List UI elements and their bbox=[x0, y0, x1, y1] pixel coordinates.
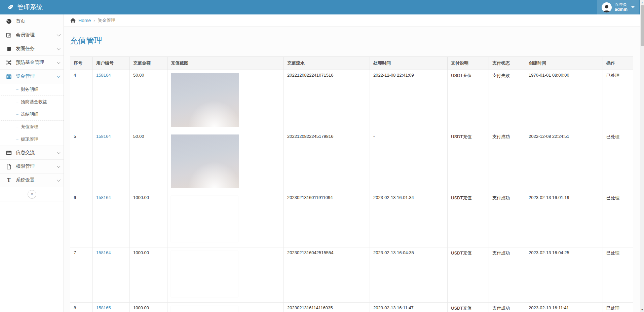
user-id-link[interactable]: 158164 bbox=[96, 134, 111, 139]
list-icon bbox=[5, 150, 12, 155]
sidebar-subitem-label: 财务明细 bbox=[21, 86, 38, 92]
user-id-link[interactable]: 158164 bbox=[96, 195, 111, 200]
column-header-seq: 序号 bbox=[70, 57, 93, 70]
breadcrumb: Home › 资金管理 bbox=[64, 14, 640, 27]
user-id-link[interactable]: 158164 bbox=[96, 73, 111, 78]
sidebar-item-label: 系统设置 bbox=[16, 177, 57, 183]
file-icon bbox=[5, 164, 12, 169]
column-header-process_time: 处理时间 bbox=[370, 57, 448, 70]
breadcrumb-current: 资金管理 bbox=[98, 17, 115, 24]
dash-prefix: -- bbox=[16, 112, 18, 117]
user-menu[interactable]: 管理员 admin bbox=[597, 0, 639, 14]
sidebar-item-label: 信息交流 bbox=[16, 150, 57, 156]
recharge-screenshot[interactable] bbox=[171, 306, 238, 312]
cell-action: 已处理 bbox=[603, 131, 633, 192]
cell-create_time: 2023-02-13 16:01:19 bbox=[525, 192, 603, 247]
sidebar-subitem-fund-income[interactable]: -- 预防基金收益 bbox=[0, 96, 64, 108]
cell-screenshot bbox=[167, 192, 284, 247]
column-header-create_time: 创建时间 bbox=[525, 57, 603, 70]
sidebar-item-members[interactable]: 会员管理 bbox=[0, 28, 64, 42]
cell-seq: 4 bbox=[70, 70, 93, 131]
sidebar-item-label: 会员管理 bbox=[16, 32, 57, 38]
cell-pay_desc: USDT充值 bbox=[448, 192, 489, 247]
cell-seq: 8 bbox=[70, 303, 93, 312]
sidebar-subitem-recharge-mgmt[interactable]: -- 充值管理 bbox=[0, 121, 64, 133]
breadcrumb-home-link[interactable]: Home bbox=[78, 18, 91, 23]
cell-screenshot bbox=[167, 131, 284, 192]
sidebar-subitem-label: 提现管理 bbox=[21, 136, 38, 143]
sidebar-subitem-finance-detail[interactable]: -- 财务明细 bbox=[0, 83, 64, 96]
table-row: 515816450.002022120822245179816-USDT充值支付… bbox=[70, 131, 633, 192]
table-row: 81581651000.0020230213161141160352023-02… bbox=[70, 303, 633, 312]
column-header-pay_status: 支付状态 bbox=[489, 57, 525, 70]
cell-user_id: 158164 bbox=[93, 192, 130, 247]
sidebar-item-prevention-fund[interactable]: 预防基金管理 bbox=[0, 56, 64, 70]
page-scrollbar[interactable]: ▲ ▼ bbox=[640, 0, 644, 312]
funds-submenu: -- 财务明细 -- 预防基金收益 -- 冻结明细 -- 充值管理 -- 提现管… bbox=[0, 83, 64, 146]
cell-pay_status: 支付失败 bbox=[489, 70, 525, 131]
recharge-screenshot[interactable] bbox=[171, 196, 238, 242]
column-header-action: 操作 bbox=[603, 57, 633, 70]
table-row: 415816450.0020221208222410715162022-12-0… bbox=[70, 70, 633, 131]
scroll-up-icon[interactable]: ▲ bbox=[640, 0, 644, 5]
cell-flow_no: 2023021316114116035 bbox=[284, 303, 370, 312]
cell-create_time: 2022-12-08 22:24:51 bbox=[525, 131, 603, 192]
sidebar-item-messages[interactable]: 信息交流 bbox=[0, 146, 64, 160]
caret-down-icon bbox=[631, 6, 635, 8]
chevron-down-icon bbox=[57, 74, 61, 78]
cell-flow_no: 2023021316011911094 bbox=[284, 192, 370, 247]
cell-amount: 50.00 bbox=[130, 70, 167, 131]
table-row: 61581641000.0020230213160119110942023-02… bbox=[70, 192, 633, 247]
cell-process_time: 2023-02-13 16:11:47 bbox=[370, 303, 448, 312]
cell-create_time: 1970-01-01 08:00:00 bbox=[525, 70, 603, 131]
recharge-screenshot[interactable] bbox=[171, 251, 238, 297]
sidebar-subitem-withdraw-mgmt[interactable]: -- 提现管理 bbox=[0, 133, 64, 146]
cell-user_id: 158164 bbox=[93, 131, 130, 192]
cell-pay_status: 支付成功 bbox=[489, 247, 525, 303]
app-logo[interactable]: 管理系统 bbox=[0, 0, 64, 14]
sidebar-item-funds[interactable]: 资金管理 bbox=[0, 70, 64, 83]
cell-process_time: 2023-02-13 16:04:35 bbox=[370, 247, 448, 303]
chevron-down-icon bbox=[57, 164, 61, 168]
sidebar-collapse-button[interactable]: « bbox=[28, 190, 36, 199]
cell-pay_desc: USDT充值 bbox=[448, 247, 489, 303]
sidebar-item-label: 资金管理 bbox=[16, 73, 57, 79]
table-header-row: 序号用户编号充值金额充值截图充值流水处理时间支付说明支付状态创建时间操作 bbox=[70, 57, 633, 70]
cell-action: 已处理 bbox=[603, 70, 633, 131]
recharge-screenshot[interactable] bbox=[171, 73, 239, 127]
page-title: 充值管理 bbox=[70, 35, 633, 51]
sidebar-item-settings[interactable]: T 系统设置 bbox=[0, 173, 64, 187]
sidebar-item-permissions[interactable]: 权限管理 bbox=[0, 160, 64, 173]
sidebar-item-posting-tasks[interactable]: 发圈任务 bbox=[0, 42, 64, 56]
sidebar: 首页 会员管理 发圈任务 bbox=[0, 14, 64, 312]
cell-pay_desc: USDT充值 bbox=[448, 70, 489, 131]
chevron-down-icon bbox=[57, 60, 61, 64]
edit-icon bbox=[5, 32, 12, 38]
column-header-amount: 充值金额 bbox=[130, 57, 167, 70]
cell-seq: 6 bbox=[70, 192, 93, 247]
sidebar-item-label: 权限管理 bbox=[16, 163, 57, 169]
sidebar-subitem-label: 预防基金收益 bbox=[21, 99, 47, 105]
user-id-link[interactable]: 158164 bbox=[96, 250, 111, 255]
sidebar-item-home[interactable]: 首页 bbox=[0, 14, 64, 28]
top-navbar: 管理系统 管理员 admin bbox=[0, 0, 644, 14]
chevron-down-icon bbox=[57, 46, 61, 50]
column-header-flow_no: 充值流水 bbox=[284, 57, 370, 70]
main-content: 充值管理 序号用户编号充值金额充值截图充值流水处理时间支付说明支付状态创建时间操… bbox=[64, 27, 640, 312]
cell-screenshot bbox=[167, 247, 284, 303]
scrollbar-thumb[interactable] bbox=[641, 5, 644, 46]
scroll-down-icon[interactable]: ▼ bbox=[640, 307, 644, 312]
cell-screenshot bbox=[167, 303, 284, 312]
cell-process_time: 2023-02-13 16:01:34 bbox=[370, 192, 448, 247]
leaf-icon bbox=[7, 4, 14, 11]
user-id-link[interactable]: 158165 bbox=[96, 305, 111, 310]
sidebar-item-label: 发圈任务 bbox=[16, 46, 57, 52]
sidebar-subitem-frozen-detail[interactable]: -- 冻结明细 bbox=[0, 108, 64, 121]
cell-amount: 50.00 bbox=[130, 131, 167, 192]
dash-prefix: -- bbox=[16, 87, 18, 92]
cell-screenshot bbox=[167, 70, 284, 131]
text-icon: T bbox=[5, 177, 12, 183]
dash-prefix: -- bbox=[16, 124, 18, 129]
cell-flow_no: 2022120822245179816 bbox=[284, 131, 370, 192]
recharge-screenshot[interactable] bbox=[171, 134, 239, 188]
